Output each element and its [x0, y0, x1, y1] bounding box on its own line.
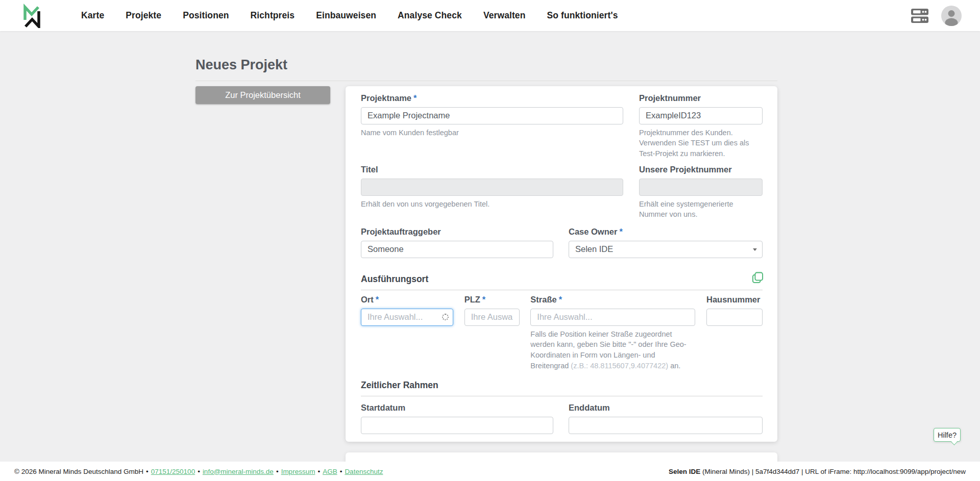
help-bubble-tail [951, 439, 958, 445]
server-icon[interactable] [910, 7, 930, 25]
copy-icon[interactable] [751, 271, 765, 285]
projektnummer-input[interactable] [639, 107, 763, 124]
projektauftraggeber-input[interactable] [361, 241, 553, 258]
unsere-projektnummer-helper: Erhält eine systemgenerierte Nummer von … [639, 199, 763, 220]
nav-item-so-funktionierts[interactable]: So funktioniert's [536, 10, 628, 21]
footer-copyright: © 2026 Mineral Minds Deutschland GmbH [14, 468, 143, 475]
footer-email-link[interactable]: info@mineral-minds.de [203, 468, 274, 475]
required-asterisk: * [413, 93, 416, 103]
projektnummer-label: Projektnummer [639, 93, 763, 104]
ort-label: Ort* [361, 295, 453, 305]
enddatum-input[interactable] [569, 417, 763, 434]
footer-separator: • [146, 468, 149, 475]
ort-label-text: Ort [361, 295, 374, 304]
footer-session-detail: (Mineral Minds) | 5a7f4d344dd7 | URL of … [700, 468, 966, 475]
enddatum-field: Enddatum [569, 403, 763, 434]
strasse-helper: Falls die Position keiner Straße zugeord… [530, 329, 695, 371]
nav-item-einbauweisen[interactable]: Einbauweisen [305, 10, 387, 21]
strasse-label-text: Straße [530, 295, 556, 304]
strasse-field: Straße* Falls die Position keiner Straße… [530, 295, 695, 371]
footer-user-name: Selen IDE [669, 468, 700, 475]
projektname-label: Projektname* [361, 93, 623, 104]
strasse-input[interactable] [530, 309, 695, 326]
startdatum-label: Startdatum [361, 403, 553, 413]
ort-input[interactable] [361, 309, 453, 326]
required-asterisk: * [559, 295, 562, 304]
case-owner-selected-value: Selen IDE [575, 244, 613, 254]
main-nav: Karte Projekte Positionen Richtpreis Ein… [70, 10, 629, 21]
footer-left: © 2026 Mineral Minds Deutschland GmbH•07… [14, 468, 383, 475]
projektname-helper: Name vom Kunden festlegbar [361, 128, 623, 138]
page-title-wrap: Neues Projekt [195, 57, 777, 81]
plz-input[interactable] [464, 309, 520, 326]
required-asterisk: * [376, 295, 379, 304]
footer-impressum-link[interactable]: Impressum [281, 468, 315, 475]
strasse-label: Straße* [530, 295, 695, 305]
zeitlicher-rahmen-section-head: Zeitlicher Rahmen [361, 380, 763, 396]
new-project-form-card: Projektname* Name vom Kunden festlegbar … [346, 86, 777, 442]
form-row-auftraggeber-caseowner: Projektauftraggeber Case Owner* Selen ID… [361, 227, 763, 258]
nav-item-positionen[interactable]: Positionen [172, 10, 239, 21]
footer-datenschutz-link[interactable]: Datenschutz [345, 468, 383, 475]
projektauftraggeber-label: Projektauftraggeber [361, 227, 553, 237]
projektname-input[interactable] [361, 107, 623, 124]
unsere-projektnummer-input [639, 179, 763, 196]
nav-item-analyse-check[interactable]: Analyse Check [387, 10, 473, 21]
mineral-minds-logo-icon[interactable] [18, 4, 45, 28]
strasse-helper-end: an. [668, 362, 680, 370]
zeitlicher-rahmen-section: Zeitlicher Rahmen [361, 380, 763, 396]
projektname-field: Projektname* Name vom Kunden festlegbar [361, 93, 623, 159]
nav-item-karte[interactable]: Karte [70, 10, 115, 21]
back-to-project-overview-button[interactable]: Zur Projektübersicht [195, 86, 330, 104]
plz-label-text: PLZ [464, 295, 480, 304]
plz-label: PLZ* [464, 295, 520, 305]
top-navigation-bar: Karte Projekte Positionen Richtpreis Ein… [0, 0, 980, 31]
enddatum-label: Enddatum [569, 403, 763, 413]
case-owner-label-text: Case Owner [569, 227, 617, 236]
projektname-label-text: Projektname [361, 93, 411, 103]
case-owner-select[interactable]: Selen IDE [569, 241, 763, 258]
footer-bar: © 2026 Mineral Minds Deutschland GmbH•07… [0, 462, 980, 481]
projektauftraggeber-field: Projektauftraggeber [361, 227, 553, 258]
nav-item-richtpreis[interactable]: Richtpreis [240, 10, 306, 21]
user-avatar-icon[interactable] [941, 6, 962, 26]
footer-separator: • [317, 468, 320, 475]
footer-agb-link[interactable]: AGB [323, 468, 337, 475]
strasse-helper-example: (z.B.: 48.8115607,9.4077422) [571, 362, 668, 370]
ausfuehrungsort-section-title: Ausführungsort [361, 274, 428, 284]
required-asterisk: * [482, 295, 485, 304]
nav-item-verwalten[interactable]: Verwalten [473, 10, 536, 21]
unsere-projektnummer-label: Unsere Projektnummer [639, 165, 763, 175]
startdatum-input[interactable] [361, 417, 553, 434]
topbar-right-icons [910, 6, 962, 26]
help-bubble-label: Hilfe? [938, 431, 957, 439]
hausnummer-field: Hausnummer [706, 295, 763, 371]
unsere-projektnummer-field: Unsere Projektnummer Erhält eine systemg… [639, 165, 763, 220]
case-owner-field: Case Owner* Selen IDE [569, 227, 763, 258]
hausnummer-label: Hausnummer [706, 295, 763, 305]
help-bubble[interactable]: Hilfe? [934, 428, 961, 442]
nav-item-projekte[interactable]: Projekte [115, 10, 172, 21]
required-asterisk: * [619, 227, 622, 236]
titel-label: Titel [361, 165, 623, 175]
footer-separator: • [198, 468, 200, 475]
zeitlicher-rahmen-section-title: Zeitlicher Rahmen [361, 380, 438, 390]
ort-input-wrap [361, 309, 453, 326]
footer-session-info: Selen IDE (Mineral Minds) | 5a7f4d344dd7… [669, 468, 966, 475]
chevron-down-icon [753, 248, 757, 251]
ort-field: Ort* [361, 295, 453, 371]
titel-helper: Erhält den von uns vorgegebenen Titel. [361, 199, 623, 210]
hausnummer-input[interactable] [706, 309, 763, 326]
footer-phone-link[interactable]: 07151/250100 [151, 468, 195, 475]
startdatum-field: Startdatum [361, 403, 553, 434]
titel-field: Titel Erhält den von uns vorgegebenen Ti… [361, 165, 623, 220]
case-owner-label: Case Owner* [569, 227, 763, 237]
form-row-dates: Startdatum Enddatum [361, 403, 763, 434]
titel-input [361, 179, 623, 196]
footer-separator: • [340, 468, 342, 475]
form-row-titel-unsere-nummer: Titel Erhält den von uns vorgegebenen Ti… [361, 165, 763, 220]
form-row-address: Ort* PLZ* Straße* Falls die Position kei… [361, 295, 763, 371]
projektnummer-field: Projektnummer Projektnummer des Kunden. … [639, 93, 763, 159]
footer-separator: • [276, 468, 279, 475]
ausfuehrungsort-section-head: Ausführungsort [361, 274, 763, 290]
